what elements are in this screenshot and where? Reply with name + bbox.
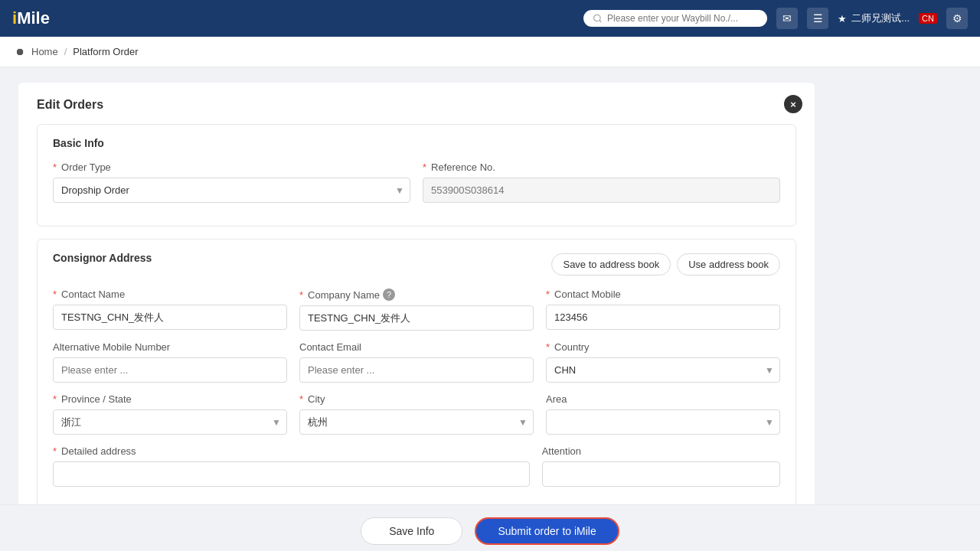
company-name-label: * Company Name ? (299, 289, 534, 301)
alt-mobile-group: Alternative Mobile Number (53, 341, 287, 383)
breadcrumb-current: Platform Order (73, 46, 138, 57)
use-address-button[interactable]: Use address book (677, 253, 780, 276)
consignor-title: Consignor Address (53, 252, 152, 264)
svg-point-0 (594, 15, 601, 21)
save-info-button[interactable]: Save Info (361, 517, 462, 545)
reference-no-input[interactable] (423, 178, 780, 203)
attention-group: Attention (542, 445, 780, 487)
edit-orders-panel: Edit Orders × Basic Info * Order Type Dr… (18, 83, 815, 551)
country-select-wrap: CHN USA GBR ▼ (546, 357, 780, 383)
detailed-address-input[interactable] (53, 461, 530, 487)
reference-no-label: * Reference No. (423, 161, 780, 173)
basic-info-title: Basic Info (53, 137, 780, 149)
contact-mobile-group: * Contact Mobile (546, 289, 780, 331)
area-label: Area (546, 393, 780, 405)
area-group: Area ▼ (546, 393, 780, 435)
search-bar[interactable] (583, 10, 767, 27)
nav-icon-messages[interactable]: ✉ (776, 8, 798, 29)
area-select-wrap: ▼ (546, 409, 780, 435)
consignor-row-3: * Province / State 浙江 广东 上海 ▼ * (53, 393, 780, 435)
city-select[interactable]: 杭州 宁波 温州 (299, 409, 534, 435)
detailed-address-group: * Detailed address (53, 445, 530, 487)
contact-email-input[interactable] (299, 357, 534, 383)
nav-icon-settings[interactable]: ⚙ (946, 8, 968, 29)
save-address-button[interactable]: Save to address book (551, 253, 671, 276)
city-group: * City 杭州 宁波 温州 ▼ (299, 393, 534, 435)
consignor-address-section: Consignor Address Save to address book U… (37, 239, 796, 510)
contact-email-group: Contact Email (299, 341, 534, 383)
top-navigation: iMile ✉ ☰ ★ 二师兄测试... CN ⚙ (0, 0, 980, 37)
country-label: * Country (546, 341, 780, 353)
action-bar: Save Info Submit order to iMile (0, 504, 980, 551)
basic-info-section: Basic Info * Order Type Dropship Order S… (37, 124, 796, 227)
contact-mobile-input[interactable] (546, 305, 780, 330)
country-group: * Country CHN USA GBR ▼ (546, 341, 780, 383)
contact-email-label: Contact Email (299, 341, 534, 353)
detailed-address-label: * Detailed address (53, 445, 530, 457)
submit-order-button[interactable]: Submit order to iMile (475, 517, 619, 545)
order-type-select-wrap: Dropship Order Standard Order ▼ (53, 178, 410, 203)
order-type-required: * (53, 161, 57, 173)
order-type-group: * Order Type Dropship Order Standard Ord… (53, 161, 410, 203)
panel-title: Edit Orders (37, 98, 796, 112)
consignor-row-4: * Detailed address Attention (53, 445, 780, 487)
contact-mobile-label: * Contact Mobile (546, 289, 780, 300)
logo: iMile (12, 8, 50, 28)
basic-info-row: * Order Type Dropship Order Standard Ord… (53, 161, 780, 203)
attention-input[interactable] (542, 461, 780, 487)
nav-star-icon: ★ (838, 13, 847, 24)
order-type-select[interactable]: Dropship Order Standard Order (53, 178, 410, 203)
province-label: * Province / State (53, 393, 287, 405)
attention-label: Attention (542, 445, 780, 457)
contact-name-group: * Contact Name (53, 289, 287, 331)
consignor-row-1: * Contact Name * Company Name ? * (53, 289, 780, 331)
search-icon (593, 13, 603, 24)
breadcrumb-separator: / (64, 46, 67, 57)
area-select[interactable] (546, 409, 780, 435)
company-name-group: * Company Name ? (299, 289, 534, 331)
search-input[interactable] (607, 13, 758, 24)
close-button[interactable]: × (784, 95, 802, 113)
city-select-wrap: 杭州 宁波 温州 ▼ (299, 409, 534, 435)
nav-flag[interactable]: CN (919, 13, 937, 24)
company-name-info-icon[interactable]: ? (383, 289, 395, 301)
nav-icons: ✉ ☰ ★ 二师兄测试... CN ⚙ (776, 8, 968, 29)
address-buttons: Save to address book Use address book (551, 253, 780, 276)
reference-no-required: * (423, 161, 426, 173)
contact-name-input[interactable] (53, 305, 287, 330)
city-label: * City (299, 393, 534, 405)
contact-name-label: * Contact Name (53, 289, 287, 300)
province-select-wrap: 浙江 广东 上海 ▼ (53, 409, 287, 435)
svg-line-1 (599, 20, 601, 21)
nav-username: 二师兄测试... (851, 11, 910, 25)
logo-mile: Mile (17, 8, 50, 28)
breadcrumb-home[interactable]: Home (31, 46, 58, 57)
reference-no-group: * Reference No. (423, 161, 780, 203)
nav-user[interactable]: ★ 二师兄测试... (838, 11, 910, 25)
main-content: Edit Orders × Basic Info * Order Type Dr… (0, 67, 980, 551)
province-group: * Province / State 浙江 广东 上海 ▼ (53, 393, 287, 435)
province-select[interactable]: 浙江 广东 上海 (53, 409, 287, 435)
consignor-header: Consignor Address Save to address book U… (53, 252, 780, 276)
company-name-input[interactable] (299, 305, 534, 331)
country-select[interactable]: CHN USA GBR (546, 357, 780, 383)
order-type-label: * Order Type (53, 161, 410, 173)
breadcrumb: ⏺ Home / Platform Order (0, 37, 980, 67)
consignor-row-2: Alternative Mobile Number Contact Email … (53, 341, 780, 383)
nav-icon-bell[interactable]: ☰ (807, 8, 828, 29)
alt-mobile-input[interactable] (53, 357, 287, 383)
alt-mobile-label: Alternative Mobile Number (53, 341, 287, 353)
home-icon: ⏺ (15, 46, 25, 57)
